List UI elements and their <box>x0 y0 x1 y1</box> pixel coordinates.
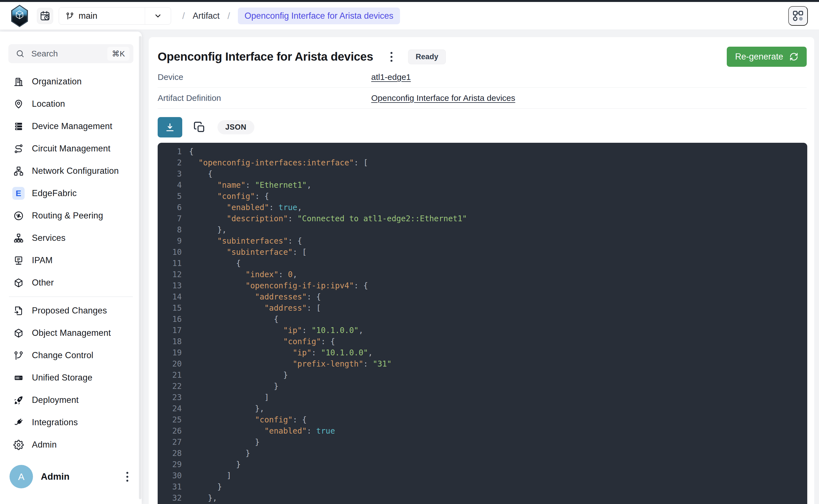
avatar[interactable]: A <box>9 465 33 488</box>
code-line: 6 "enabled": true, <box>158 202 807 213</box>
format-badge: JSON <box>217 120 254 134</box>
sidebar-item-integrations[interactable]: Integrations <box>8 411 133 434</box>
sidebar-scrollbar[interactable] <box>139 36 141 499</box>
edgefabric-badge: E <box>12 187 25 199</box>
line-number: 24 <box>158 403 182 414</box>
branch-name: main <box>79 11 97 21</box>
code-line: 28 } <box>158 448 807 459</box>
code-line: 32 }, <box>158 493 807 504</box>
code-text: "addresses": { <box>189 291 321 303</box>
line-number: 5 <box>158 191 182 202</box>
download-button[interactable] <box>158 117 182 137</box>
branch-current: main <box>59 11 145 21</box>
page-title: Openconfig Interface for Arista devices <box>158 50 373 63</box>
code-line: 17 "ip": "10.1.0.0", <box>158 325 807 336</box>
sidebar-item-label: Unified Storage <box>32 373 92 383</box>
artifact-menu-button[interactable] <box>388 50 395 64</box>
sidebar-item-circuit-management[interactable]: Circuit Management <box>8 137 133 160</box>
infrahub-logo[interactable] <box>11 5 28 27</box>
code-text: } <box>189 370 288 381</box>
sidebar-item-location[interactable]: Location <box>8 93 133 115</box>
code-line: 4 "name": "Ethernet1", <box>158 180 807 191</box>
sidebar-item-object-management[interactable]: Object Management <box>8 322 133 344</box>
sidebar-item-routing-peering[interactable]: Routing & Peering <box>8 205 133 227</box>
date-time-button[interactable] <box>37 8 53 24</box>
sidebar-item-other[interactable]: Other <box>8 272 133 294</box>
code-text: "openconfig-interfaces:interface": [ <box>189 157 368 168</box>
branch-dropdown-toggle[interactable] <box>145 8 171 24</box>
line-number: 14 <box>158 291 182 303</box>
line-number: 23 <box>158 392 182 403</box>
code-viewer[interactable]: 1{2 "openconfig-interfaces:interface": [… <box>158 143 807 504</box>
sidebar-item-ipam[interactable]: IPIPAM <box>8 249 133 272</box>
sidebar-item-organization[interactable]: Organization <box>8 70 133 93</box>
code-line: 12 "index": 0, <box>158 269 807 280</box>
line-number: 9 <box>158 236 182 247</box>
code-text: "enabled": true <box>189 425 335 437</box>
code-text: } <box>189 437 260 448</box>
breadcrumb: /Artifact/Openconfig Interface for Arist… <box>182 8 400 24</box>
line-number: 28 <box>158 448 182 459</box>
code-text: "name": "Ethernet1", <box>189 180 311 191</box>
line-number: 15 <box>158 303 182 314</box>
breadcrumb-separator: / <box>182 11 185 21</box>
line-number: 25 <box>158 414 182 425</box>
code-line: 22 } <box>158 381 807 392</box>
code-line: 31 } <box>158 481 807 493</box>
sidebar-item-admin[interactable]: Admin <box>8 434 133 456</box>
code-line: 8 }, <box>158 224 807 236</box>
copy-button[interactable] <box>193 121 206 134</box>
cube-icon <box>12 277 25 289</box>
plug-icon <box>12 416 25 429</box>
field-value-link[interactable]: Openconfig Interface for Arista devices <box>371 93 515 103</box>
line-number: 12 <box>158 269 182 280</box>
copy-icon <box>193 121 206 134</box>
field-row-device: Deviceatl1-edge1 <box>158 67 807 88</box>
code-text: }, <box>189 403 264 414</box>
code-line: 15 "address": [ <box>158 303 807 314</box>
sidebar-item-device-management[interactable]: Device Management <box>8 115 133 137</box>
sidebar-item-label: Change Control <box>32 350 93 360</box>
sidebar-item-unified-storage[interactable]: Unified Storage <box>8 367 133 389</box>
code-toolbar: JSON <box>158 117 807 137</box>
sidebar-item-edgefabric[interactable]: EEdgeFabric <box>8 182 133 205</box>
sidebar: Search ⌘K OrganizationLocationDevice Man… <box>0 32 142 504</box>
code-line: 2 "openconfig-interfaces:interface": [ <box>158 157 807 168</box>
sidebar-item-deployment[interactable]: Deployment <box>8 389 133 411</box>
code-line: 10 "subinterface": [ <box>158 247 807 258</box>
main-panel: Openconfig Interface for Arista devices … <box>149 37 814 504</box>
code-text: "openconfig-if-ip:ipv4": { <box>189 280 368 291</box>
line-number: 31 <box>158 481 182 493</box>
refresh-icon <box>789 52 798 61</box>
sidebar-divider <box>9 296 133 297</box>
branch-selector[interactable]: main <box>59 7 171 25</box>
line-number: 19 <box>158 347 182 358</box>
code-line: 20 "prefix-length": "31" <box>158 358 807 370</box>
code-text: ] <box>189 392 269 403</box>
code-line: 11 { <box>158 258 807 269</box>
line-number: 22 <box>158 381 182 392</box>
code-text: { <box>189 314 278 325</box>
storage-icon <box>12 372 25 384</box>
sidebar-item-network-configuration[interactable]: Network Configuration <box>8 160 133 182</box>
search-icon <box>16 49 25 58</box>
schema-icon <box>792 10 804 22</box>
server-icon <box>12 120 25 132</box>
breadcrumb-item-artifact[interactable]: Artifact <box>193 11 219 21</box>
sidebar-item-services[interactable]: Services <box>8 227 133 249</box>
sidebar-item-label: Routing & Peering <box>32 211 103 221</box>
breadcrumb-item-openconfig-interface-for-arista-devices[interactable]: Openconfig Interface for Arista devices <box>238 8 400 24</box>
breadcrumb-separator: / <box>227 11 230 21</box>
sidebar-item-change-control[interactable]: Change Control <box>8 344 133 367</box>
code-line: 19 "ip": "10.1.0.0", <box>158 347 807 358</box>
field-value-link[interactable]: atl1-edge1 <box>371 72 411 82</box>
line-number: 32 <box>158 493 182 504</box>
schema-visualizer-button[interactable] <box>788 6 808 26</box>
line-number: 7 <box>158 213 182 224</box>
code-line: 27 } <box>158 437 807 448</box>
sidebar-item-proposed-changes[interactable]: Proposed Changes <box>8 299 133 322</box>
git-branch-icon <box>66 12 74 20</box>
regenerate-button[interactable]: Re-generate <box>727 47 807 67</box>
user-menu-button[interactable] <box>124 470 130 484</box>
search-input[interactable]: Search ⌘K <box>8 44 133 63</box>
